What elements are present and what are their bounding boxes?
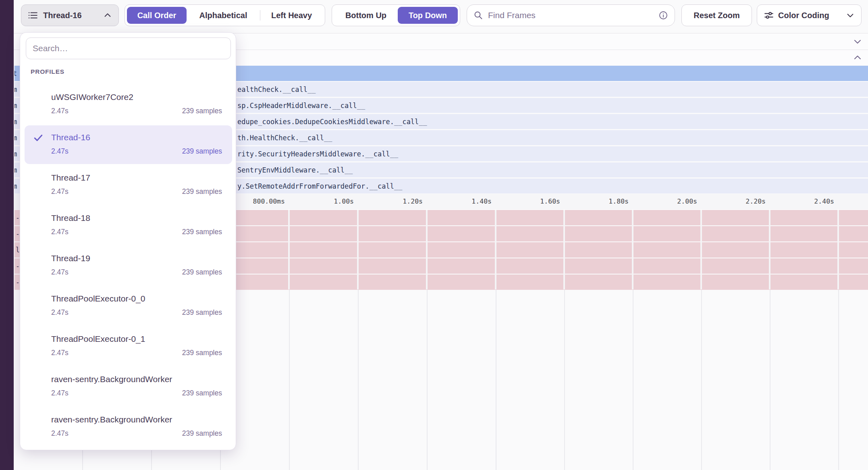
clipped-frame-text: - [15, 226, 20, 241]
app-sidebar [0, 0, 14, 470]
clipped-frame-text: - [15, 275, 20, 290]
thread-option-duration: 2.47s [51, 308, 69, 317]
time-axis-label: 2.20s [705, 194, 766, 209]
thread-option-duration: 2.47s [51, 348, 69, 358]
frame-label: sp.CspHeaderMiddleware.__call__ [237, 98, 365, 113]
thread-option-name: raven-sentry.BackgroundWorker [51, 414, 222, 425]
find-frames-input[interactable] [487, 10, 658, 21]
search-icon [473, 10, 483, 20]
clipped-frame-text: - [15, 210, 20, 225]
clipped-frame-text: m [15, 179, 20, 193]
frame-separator [837, 210, 839, 289]
clipped-frame-text: m [15, 130, 20, 145]
chevron-down-icon [846, 11, 855, 20]
thread-option-duration: 2.47s [51, 106, 69, 116]
clipped-frame-text: m [15, 98, 20, 113]
thread-option-name: raven-sentry.BackgroundWorker [51, 374, 222, 385]
thread-option-samples: 239 samples [182, 146, 222, 156]
gridline [289, 290, 290, 470]
thread-selector-button[interactable]: Thread-16 [21, 4, 119, 26]
color-coding-button[interactable]: Color Coding [757, 4, 862, 26]
thread-option-samples: 239 samples [182, 308, 222, 317]
tab-top-down[interactable]: Top Down [398, 7, 458, 24]
gridline [838, 290, 839, 470]
thread-option[interactable]: Thread-17 2.47s 239 samples [25, 166, 232, 204]
gridline [496, 290, 496, 470]
frame-label: ealthCheck.__call__ [237, 82, 316, 97]
thread-option-duration: 2.47s [51, 146, 69, 156]
thread-option-duration: 2.47s [51, 187, 69, 196]
clipped-frame-text: m [15, 114, 20, 129]
frame-label: th.HealthCheck.__call__ [237, 130, 332, 145]
thread-option[interactable]: ThreadPoolExecutor-0_0 2.47s 239 samples [25, 287, 232, 325]
time-axis-label: 2.40s [774, 194, 834, 209]
thread-option[interactable]: Thread-18 2.47s 239 samples [25, 206, 232, 245]
direction-segmented-control: Bottom Up Top Down [332, 4, 460, 26]
frame-label: y.SetRemoteAddrFromForwardedFor.__call__ [237, 179, 402, 193]
thread-option-duration: 2.47s [51, 428, 69, 438]
info-icon[interactable] [658, 10, 668, 20]
tab-left-heavy[interactable]: Left Heavy [260, 7, 323, 24]
thread-option-name: Thread-16 [51, 132, 222, 143]
expand-section-chevron-down-icon[interactable] [853, 37, 862, 46]
thread-option-name: ThreadPoolExecutor-0_1 [51, 333, 222, 345]
frame-separator [632, 210, 633, 289]
sort-order-segmented-control: Call Order Alphabetical Left Heavy [125, 4, 325, 26]
gridline [427, 290, 428, 470]
frame-separator [700, 210, 702, 289]
sliders-icon [764, 10, 774, 21]
clipped-frame-text: l [15, 242, 20, 258]
thread-option[interactable]: uWSGIWorker7Core2 2.47s 239 samples [25, 85, 232, 124]
gridline [358, 290, 359, 470]
thread-option-samples: 239 samples [182, 388, 222, 398]
clipped-frame-text: m [15, 82, 20, 97]
frame-separator [563, 210, 565, 289]
find-frames-searchbox[interactable] [467, 4, 675, 26]
clipped-frame-text: t [15, 66, 20, 81]
thread-dropdown-panel: PROFILES uWSGIWorker7Core2 2.47s 239 sam… [20, 32, 236, 450]
thread-option[interactable]: ThreadPoolExecutor-0_1 2.47s 239 samples [25, 327, 232, 366]
frame-label: SentryEnvMiddleware.__call__ [237, 162, 353, 177]
thread-option-samples: 239 samples [182, 106, 222, 116]
collapse-section-chevron-up-icon[interactable] [853, 53, 862, 62]
thread-selector-label: Thread-16 [43, 11, 82, 20]
frame-separator [769, 210, 770, 289]
thread-option[interactable]: Thread-19 2.47s 239 samples [25, 246, 232, 285]
tab-call-order[interactable]: Call Order [127, 7, 187, 24]
thread-option-samples: 239 samples [182, 227, 222, 237]
time-axis-label: 1.20s [362, 194, 423, 209]
dropdown-search-input[interactable] [32, 43, 225, 54]
frame-separator [357, 210, 359, 289]
time-axis-label: 2.00s [637, 194, 697, 209]
thread-option-samples: 239 samples [182, 428, 222, 438]
clipped-frame-text: - [15, 258, 20, 274]
thread-option-duration: 2.47s [51, 267, 69, 277]
tab-alphabetical[interactable]: Alphabetical [187, 7, 260, 24]
time-axis-label: 1.60s [500, 194, 560, 209]
color-coding-label: Color Coding [778, 11, 829, 20]
thread-option-samples: 239 samples [182, 187, 222, 196]
gridline [633, 290, 633, 470]
thread-option[interactable]: raven-sentry.BackgroundWorker 2.47s 239 … [25, 408, 232, 446]
clipped-frame-text: m [15, 162, 20, 177]
profiles-section-label: PROFILES [31, 68, 64, 75]
reset-zoom-button[interactable]: Reset Zoom [681, 4, 752, 26]
frame-separator [288, 210, 290, 289]
thread-option-duration: 2.47s [51, 388, 69, 398]
dropdown-search-box[interactable] [26, 37, 231, 59]
thread-option-name: ThreadPoolExecutor-0_0 [51, 293, 222, 304]
thread-option-name: uWSGIWorker7Core2 [51, 92, 222, 103]
thread-list-icon [28, 10, 38, 21]
thread-option-name: Thread-19 [51, 253, 222, 264]
thread-option-samples: 239 samples [182, 267, 222, 277]
thread-option-selected[interactable]: Thread-16 2.47s 239 samples [25, 125, 232, 164]
flamegraph-profiler: Thread-16 Call Order Alphabetical Left H… [0, 0, 868, 470]
clipped-frame-text: m [15, 146, 20, 161]
frame-label: edupe_cookies.DedupeCookiesMiddleware.__… [237, 114, 427, 129]
thread-option-name: Thread-18 [51, 212, 222, 224]
tab-bottom-up[interactable]: Bottom Up [334, 7, 398, 24]
thread-option-name: Thread-17 [51, 172, 222, 183]
frame-label: rity.SecurityHeadersMiddleware.__call__ [237, 146, 398, 161]
chevron-up-icon [103, 11, 112, 20]
thread-option[interactable]: raven-sentry.BackgroundWorker 2.47s 239 … [25, 367, 232, 406]
